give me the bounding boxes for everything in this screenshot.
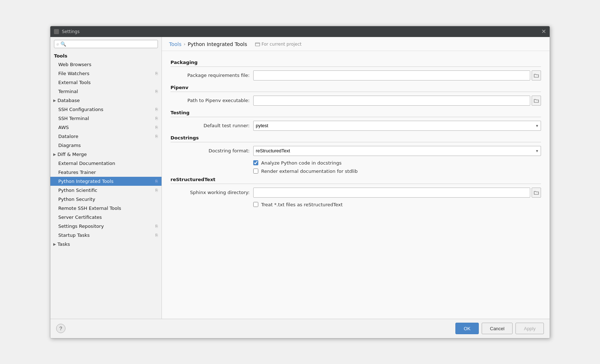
section-pipenv-title: Pipenv [171, 85, 541, 92]
sidebar-item-label: Python Integrated Tools [58, 179, 113, 184]
chevron-right-icon: ▶ [53, 152, 56, 156]
test-runner-label: Default test runner: [171, 123, 250, 128]
sidebar-item-external-documentation[interactable]: External Documentation [50, 159, 162, 168]
analyze-python-docstrings-checkbox[interactable] [253, 160, 258, 165]
pipenv-executable-input[interactable] [253, 96, 530, 106]
package-requirements-label: Package requirements file: [171, 73, 250, 78]
sidebar-item-settings-repository[interactable]: Settings Repository ⎘ [50, 222, 162, 231]
sidebar-item-label: SSH Terminal [58, 116, 89, 121]
sidebar-item-label: Server Certificates [58, 215, 102, 220]
sidebar-section-tools: Tools [50, 51, 162, 60]
sidebar-item-python-scientific[interactable]: Python Scientific ⎘ [50, 186, 162, 195]
checkbox-row-render-external: Render external documentation for stdlib [253, 169, 541, 174]
sidebar-item-label: Database [58, 98, 80, 103]
docstring-format-select-wrap: reStructuredText Google NumPy/SciPy Epyt… [253, 146, 541, 156]
field-row-docstring-format: Docstring format: reStructuredText Googl… [171, 146, 541, 156]
dialog-title: Settings [62, 29, 79, 34]
sidebar-item-label: Diagrams [58, 143, 81, 148]
sidebar-item-diagrams[interactable]: Diagrams [50, 141, 162, 150]
checkbox-row-treat-txt: Treat *.txt files as reStructuredText [253, 202, 541, 207]
package-requirements-browse-btn[interactable] [532, 70, 541, 80]
sidebar-item-label: AWS [58, 125, 69, 130]
sphinx-dir-input-wrap [253, 188, 541, 198]
sidebar-item-aws[interactable]: AWS ⎘ [50, 123, 162, 132]
sidebar-item-ssh-terminal[interactable]: SSH Terminal ⎘ [50, 114, 162, 123]
sidebar-item-label: Settings Repository [58, 224, 104, 229]
sidebar-item-python-integrated-tools[interactable]: Python Integrated Tools ⎘ [50, 177, 162, 186]
svg-rect-0 [255, 43, 260, 46]
sidebar-item-remote-ssh-external-tools[interactable]: Remote SSH External Tools [50, 204, 162, 213]
sidebar-item-web-browsers[interactable]: Web Browsers [50, 60, 162, 69]
sidebar-item-external-tools[interactable]: External Tools [50, 78, 162, 87]
settings-area: Packaging Package requirements file: Pip… [162, 51, 550, 319]
sidebar-item-label: Features Trainer [58, 170, 96, 175]
sphinx-dir-browse-btn[interactable] [532, 188, 541, 198]
treat-txt-as-rst-checkbox[interactable] [253, 202, 258, 207]
sidebar-item-tasks[interactable]: ▶ Tasks [50, 240, 162, 249]
sync-icon: ⎘ [155, 224, 158, 229]
test-runner-select-wrap: Unittests pytest Nose Twisted Trial ▾ [253, 121, 541, 131]
sidebar-item-ssh-configurations[interactable]: SSH Configurations ⎘ [50, 105, 162, 114]
sidebar-item-label: External Tools [58, 80, 91, 85]
project-icon [255, 42, 260, 47]
breadcrumb-parent[interactable]: Tools [169, 41, 182, 47]
sidebar-item-label: Tasks [58, 241, 70, 247]
titlebar: Settings ✕ [50, 26, 550, 37]
sidebar-item-label: Datalore [58, 134, 78, 139]
sidebar-item-label: Python Security [58, 197, 95, 202]
sidebar-item-database[interactable]: ▶ Database [50, 96, 162, 105]
sphinx-dir-input[interactable] [253, 188, 530, 198]
folder-icon [534, 73, 539, 78]
search-input[interactable] [60, 41, 155, 47]
analyze-python-docstrings-label: Analyze Python code in docstrings [261, 160, 341, 166]
section-rst-title: reStructuredText [171, 177, 541, 184]
render-external-docs-label: Render external documentation for stdlib [261, 169, 358, 174]
cancel-button[interactable]: Cancel [482, 323, 513, 334]
for-current-project: For current project [255, 42, 301, 47]
sphinx-dir-label: Sphinx working directory: [171, 190, 250, 195]
ok-button[interactable]: OK [455, 323, 479, 334]
field-row-package-requirements: Package requirements file: [171, 70, 541, 80]
sidebar-item-label: File Watchers [58, 71, 89, 76]
sidebar-item-python-security[interactable]: Python Security [50, 195, 162, 204]
sidebar-item-label: SSH Configurations [58, 107, 103, 112]
help-button[interactable]: ? [56, 324, 65, 333]
search-icon: ⌕ [56, 41, 59, 46]
pipenv-browse-btn[interactable] [532, 96, 541, 106]
apply-button[interactable]: Apply [515, 323, 544, 334]
docstring-format-select[interactable]: reStructuredText Google NumPy/SciPy Epyt… [253, 146, 541, 156]
search-box[interactable]: ⌕ [54, 40, 158, 48]
treat-txt-as-rst-label: Treat *.txt files as reStructuredText [261, 202, 343, 207]
sidebar-item-label: Diff & Merge [58, 152, 87, 157]
package-requirements-input[interactable] [253, 70, 530, 80]
pipenv-executable-label: Path to Pipenv executable: [171, 98, 250, 103]
sidebar-item-features-trainer[interactable]: Features Trainer [50, 168, 162, 177]
render-external-docs-checkbox[interactable] [253, 169, 258, 174]
sidebar-item-server-certificates[interactable]: Server Certificates [50, 213, 162, 222]
sync-icon: ⎘ [155, 89, 158, 94]
sidebar-item-label: Startup Tasks [58, 232, 90, 238]
field-row-pipenv-executable: Path to Pipenv executable: [171, 96, 541, 106]
main-content: Tools › Python Integrated Tools For curr… [162, 37, 550, 319]
sidebar-item-datalore[interactable]: Datalore ⎘ [50, 132, 162, 141]
close-button[interactable]: ✕ [541, 29, 546, 34]
test-runner-select[interactable]: Unittests pytest Nose Twisted Trial [253, 121, 541, 131]
sync-icon: ⎘ [155, 125, 158, 130]
docstring-format-label: Docstring format: [171, 148, 250, 153]
breadcrumb-current: Python Integrated Tools [188, 41, 247, 47]
test-runner-dropdown: Unittests pytest Nose Twisted Trial ▾ [253, 121, 541, 131]
folder-icon [534, 98, 539, 103]
sidebar-item-diff-merge[interactable]: ▶ Diff & Merge [50, 150, 162, 159]
folder-icon [534, 190, 539, 195]
sidebar-item-startup-tasks[interactable]: Startup Tasks ⎘ [50, 231, 162, 240]
sidebar-item-file-watchers[interactable]: File Watchers ⎘ [50, 69, 162, 78]
sync-icon: ⎘ [155, 71, 158, 76]
breadcrumb-separator: › [184, 41, 186, 47]
pipenv-executable-input-wrap [253, 96, 541, 106]
sync-icon: ⎘ [155, 134, 158, 139]
sidebar-item-label: Remote SSH External Tools [58, 206, 121, 211]
sidebar-item-label: External Documentation [58, 161, 115, 166]
sidebar-item-label: Terminal [58, 89, 78, 94]
docstring-format-dropdown: reStructuredText Google NumPy/SciPy Epyt… [253, 146, 541, 156]
sidebar-item-terminal[interactable]: Terminal ⎘ [50, 87, 162, 96]
